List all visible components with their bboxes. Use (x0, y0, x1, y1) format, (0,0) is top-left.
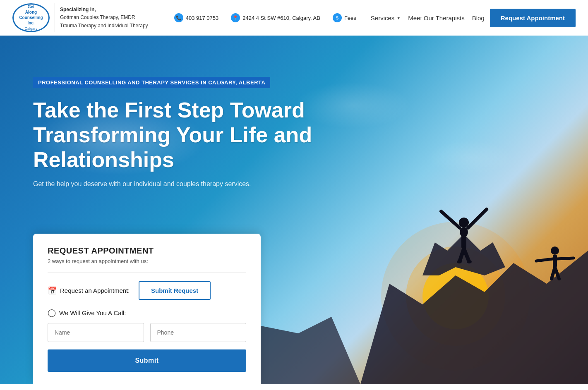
hero-subtitle: Get the help you deserve with our indivi… (33, 180, 265, 188)
phone-input[interactable] (150, 323, 247, 342)
hero-content: PROFESSIONAL COUNSELLING AND THERAPY SER… (33, 77, 331, 204)
hero-badge: PROFESSIONAL COUNSELLING AND THERAPY SER… (33, 77, 270, 88)
clock-icon: ◯ (48, 308, 56, 317)
svg-point-14 (467, 260, 472, 263)
svg-point-13 (457, 260, 462, 263)
specializing-text: Specializing in, Gottman Couples Therapy… (60, 6, 151, 30)
hero-title: Take the First Step Toward Transforming … (33, 98, 331, 172)
svg-line-18 (557, 258, 574, 259)
logo-text: Can't We Just Get Along Counselling Inc.… (14, 3, 48, 32)
top-bar-contacts: 📞 403 917 0753 📍 2424 4 St SW #610, Calg… (174, 5, 576, 31)
nav-item-blog[interactable]: Blog (470, 5, 487, 31)
location-icon: 📍 (231, 13, 240, 22)
svg-line-17 (536, 259, 553, 261)
call-label: ◯ We Will Give You A Call: (48, 308, 246, 317)
nav-item-services[interactable]: Services ▼ (369, 5, 403, 31)
appointment-title: REQUEST APPOINTMENT (48, 246, 246, 256)
main-nav: Services ▼ Meet Our Therapists Blog Requ… (369, 5, 576, 31)
svg-rect-16 (553, 255, 557, 267)
hero-section: PROFESSIONAL COUNSELLING AND THERAPY SER… (0, 36, 588, 384)
calendar-icon: 📅 (48, 286, 57, 295)
submit-request-button[interactable]: Submit Request (139, 281, 211, 300)
phone-contact[interactable]: 📞 403 917 0753 (174, 13, 219, 22)
fees-icon: $ (333, 13, 342, 22)
logo: Can't We Just Get Along Counselling Inc.… (12, 3, 50, 32)
nav-item-therapists[interactable]: Meet Our Therapists (406, 5, 466, 31)
request-row: 📅 Request an Appointment: Submit Request (48, 281, 246, 300)
svg-point-15 (551, 246, 559, 255)
request-label: 📅 Request an Appointment: (48, 286, 130, 295)
address-contact[interactable]: 📍 2424 4 St SW #610, Calgary, AB (231, 13, 320, 22)
fees-contact[interactable]: $ Fees (333, 13, 356, 22)
logo-area: Can't We Just Get Along Counselling Inc.… (12, 3, 153, 32)
svg-point-7 (459, 218, 469, 227)
chevron-down-icon: ▼ (396, 16, 401, 20)
svg-rect-10 (461, 234, 466, 249)
call-row: ◯ We Will Give You A Call: (48, 308, 246, 342)
appointment-card: REQUEST APPOINTMENT 2 ways to request an… (33, 234, 261, 384)
appointment-subtitle: 2 ways to request an appointment with us… (48, 258, 246, 264)
request-appointment-button[interactable]: Request Appointment (490, 9, 576, 27)
phone-icon: 📞 (174, 13, 183, 22)
logo-divider (55, 3, 55, 32)
input-row (48, 323, 246, 342)
name-input[interactable] (48, 323, 144, 342)
appointment-divider (48, 273, 246, 273)
submit-button[interactable]: Submit (48, 349, 246, 372)
top-bar: Can't We Just Get Along Counselling Inc.… (0, 0, 588, 36)
